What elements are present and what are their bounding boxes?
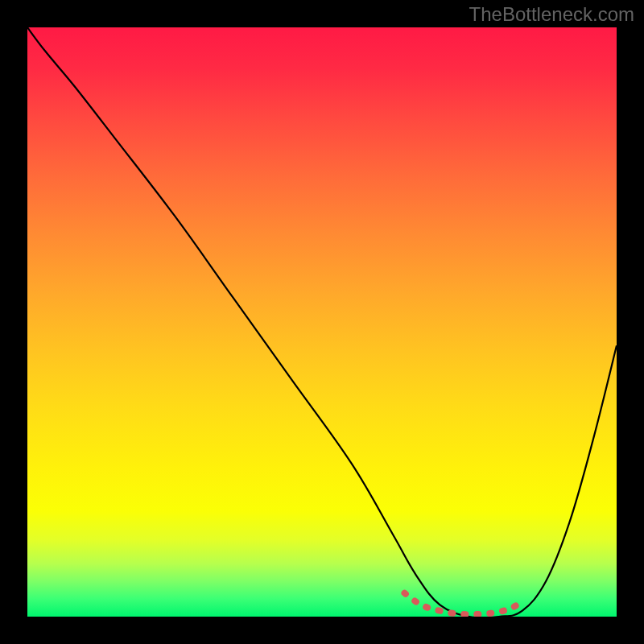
bottleneck-curve <box>27 27 617 617</box>
plot-area <box>27 27 617 617</box>
attribution-text: TheBottleneck.com <box>469 3 634 26</box>
chart-svg <box>27 27 617 617</box>
optimum-range-marker <box>405 593 522 615</box>
